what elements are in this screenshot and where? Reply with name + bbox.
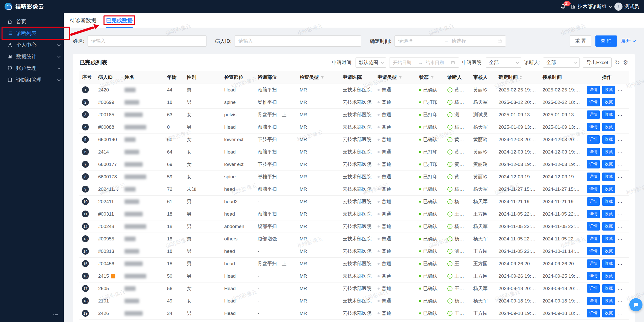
diagnostician-select[interactable]: 全部	[543, 58, 580, 68]
favorite-button[interactable]: 收藏	[602, 247, 615, 255]
favorite-button[interactable]: 收藏	[602, 297, 615, 305]
more-button[interactable]: 更多	[618, 160, 629, 168]
sidebar-item-home[interactable]: 首页	[0, 16, 64, 27]
more-button[interactable]: 更多	[618, 86, 629, 94]
more-button[interactable]: 更多	[618, 110, 629, 119]
favorite-button[interactable]: 收藏	[602, 222, 615, 231]
info-icon[interactable]	[447, 311, 452, 316]
settings-gear-icon[interactable]: ⚙	[623, 60, 628, 66]
detail-button[interactable]: 详情	[587, 123, 600, 131]
sidebar-item-diagnosis-list[interactable]: 诊断列表	[0, 27, 64, 39]
org-switcher[interactable]: 技术部诊断组	[571, 3, 611, 10]
info-icon[interactable]	[447, 261, 452, 266]
detail-button[interactable]: 详情	[587, 309, 600, 317]
info-icon[interactable]	[447, 149, 452, 155]
detail-button[interactable]: 详情	[587, 86, 600, 94]
info-icon[interactable]	[447, 199, 452, 204]
info-icon[interactable]	[447, 100, 452, 105]
detail-button[interactable]: 详情	[587, 135, 600, 144]
tab-pending-data[interactable]: 待诊断数据	[70, 13, 96, 28]
hospital-select[interactable]: 全部	[486, 58, 521, 68]
detail-button[interactable]: 详情	[587, 284, 600, 293]
sidebar-collapse-button[interactable]	[53, 311, 59, 318]
detail-button[interactable]: 详情	[587, 173, 600, 181]
more-button[interactable]: 更多	[618, 197, 629, 206]
more-button[interactable]: 更多	[618, 98, 629, 106]
info-icon[interactable]	[447, 212, 452, 217]
detail-button[interactable]: 详情	[587, 297, 600, 305]
user-menu[interactable]: 测试员	[614, 3, 639, 11]
favorite-button[interactable]: 收藏	[602, 123, 615, 131]
detail-button[interactable]: 详情	[587, 259, 600, 268]
confirm-time-range-picker[interactable]: 请选择 → 请选择	[394, 35, 506, 47]
info-icon[interactable]	[447, 87, 452, 92]
notification-bell-button[interactable]: 31	[559, 3, 567, 10]
favorite-button[interactable]: 收藏	[602, 309, 615, 317]
detail-button[interactable]: 详情	[587, 222, 600, 231]
favorite-button[interactable]: 收藏	[602, 135, 615, 144]
reset-button[interactable]: 重 置	[570, 35, 591, 47]
sidebar-item-personal-center[interactable]: 个人中心	[0, 39, 64, 51]
info-icon[interactable]	[447, 174, 452, 179]
detail-button[interactable]: 详情	[587, 185, 600, 193]
detail-button[interactable]: 详情	[587, 98, 600, 106]
favorite-button[interactable]: 收藏	[602, 284, 615, 293]
info-icon[interactable]	[447, 162, 452, 167]
name-input[interactable]	[88, 35, 206, 47]
filter-funnel-icon[interactable]	[430, 76, 434, 79]
more-button[interactable]: 更多	[618, 222, 629, 231]
detail-button[interactable]: 详情	[587, 272, 600, 280]
tab-completed-data[interactable]: 已完成数据	[106, 13, 133, 28]
apply-time-select[interactable]: 默认范围	[356, 58, 386, 68]
more-button[interactable]: 更多	[618, 173, 629, 181]
export-excel-button[interactable]: 导出Excel	[583, 58, 612, 68]
more-button[interactable]: 更多	[618, 247, 629, 255]
more-button[interactable]: 更多	[618, 235, 629, 243]
sidebar-item-account-management[interactable]: 账户管理	[0, 62, 64, 74]
favorite-button[interactable]: 收藏	[602, 86, 615, 94]
detail-button[interactable]: 详情	[587, 160, 600, 168]
info-icon[interactable]	[447, 224, 452, 229]
more-button[interactable]: 更多	[618, 284, 629, 293]
favorite-button[interactable]: 收藏	[602, 148, 615, 156]
info-icon[interactable]	[447, 187, 452, 192]
detail-button[interactable]: 详情	[587, 197, 600, 206]
more-button[interactable]: 更多	[618, 185, 629, 193]
more-button[interactable]: 更多	[618, 309, 629, 317]
more-button[interactable]: 更多	[618, 123, 629, 131]
info-icon[interactable]	[447, 112, 452, 117]
favorite-button[interactable]: 收藏	[602, 197, 615, 206]
more-button[interactable]: 更多	[618, 297, 629, 305]
more-button[interactable]: 更多	[618, 210, 629, 218]
patient-id-input[interactable]	[235, 35, 361, 47]
filter-funnel-icon[interactable]	[399, 76, 402, 79]
more-button[interactable]: 更多	[618, 135, 629, 144]
sidebar-item-data-statistics[interactable]: 数据统计	[0, 51, 64, 62]
detail-button[interactable]: 详情	[587, 148, 600, 156]
info-icon[interactable]	[447, 286, 452, 291]
detail-button[interactable]: 详情	[587, 235, 600, 243]
favorite-button[interactable]: 收藏	[602, 210, 615, 218]
more-button[interactable]: 更多	[618, 148, 629, 156]
more-button[interactable]: 更多	[618, 272, 629, 280]
info-icon[interactable]	[447, 249, 452, 254]
refresh-icon[interactable]: ↻	[615, 60, 620, 66]
favorite-button[interactable]: 收藏	[602, 160, 615, 168]
favorite-button[interactable]: 收藏	[602, 259, 615, 268]
favorite-button[interactable]: 收藏	[602, 235, 615, 243]
info-icon[interactable]	[447, 274, 452, 279]
expand-toggle[interactable]: 展开	[621, 38, 635, 44]
favorite-button[interactable]: 收藏	[602, 98, 615, 106]
sort-carets[interactable]	[520, 75, 522, 79]
info-icon[interactable]	[447, 137, 452, 142]
filter-funnel-icon[interactable]	[321, 76, 324, 79]
favorite-button[interactable]: 收藏	[602, 185, 615, 193]
sidebar-item-diagnosis-group-management[interactable]: 诊断组管理	[0, 74, 64, 86]
search-button[interactable]: 查 询	[595, 35, 617, 47]
info-icon[interactable]	[447, 125, 452, 130]
info-icon[interactable]	[447, 298, 452, 304]
favorite-button[interactable]: 收藏	[602, 110, 615, 119]
detail-button[interactable]: 详情	[587, 110, 600, 119]
favorite-button[interactable]: 收藏	[602, 272, 615, 280]
apply-time-range-picker[interactable]: 开始日期 → 结束日期	[389, 58, 459, 68]
